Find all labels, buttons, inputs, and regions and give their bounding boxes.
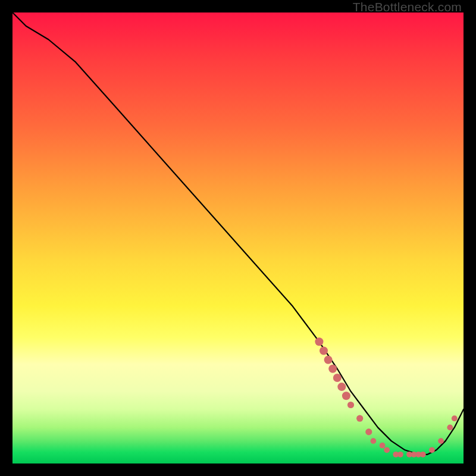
plot-area xyxy=(12,12,464,464)
curve-marker xyxy=(447,425,453,431)
curve-marker xyxy=(384,447,390,453)
curve-marker xyxy=(452,415,458,421)
curve-marker xyxy=(365,428,372,435)
curve-marker xyxy=(415,452,421,458)
curve-marker xyxy=(411,452,417,458)
curve-marker xyxy=(380,443,386,449)
curve-marker xyxy=(333,374,342,382)
curve-marker xyxy=(320,347,328,355)
curve-marker xyxy=(342,392,350,400)
curve-marker xyxy=(347,402,354,408)
curve-markers xyxy=(315,337,457,457)
curve-marker xyxy=(420,452,426,458)
curve-marker xyxy=(438,438,444,444)
curve-marker xyxy=(371,438,377,444)
curve-marker xyxy=(328,365,337,373)
curve-marker xyxy=(406,452,412,458)
curve-marker xyxy=(429,447,435,453)
chart-svg xyxy=(12,12,464,464)
chart-frame: TheBottleneck.com xyxy=(0,0,476,476)
curve-marker xyxy=(393,452,399,458)
curve-marker xyxy=(324,356,333,364)
curve-marker xyxy=(315,337,323,346)
curve-marker xyxy=(397,452,403,458)
curve-marker xyxy=(337,383,346,391)
curve-marker xyxy=(356,415,363,422)
curve-line xyxy=(12,12,464,455)
